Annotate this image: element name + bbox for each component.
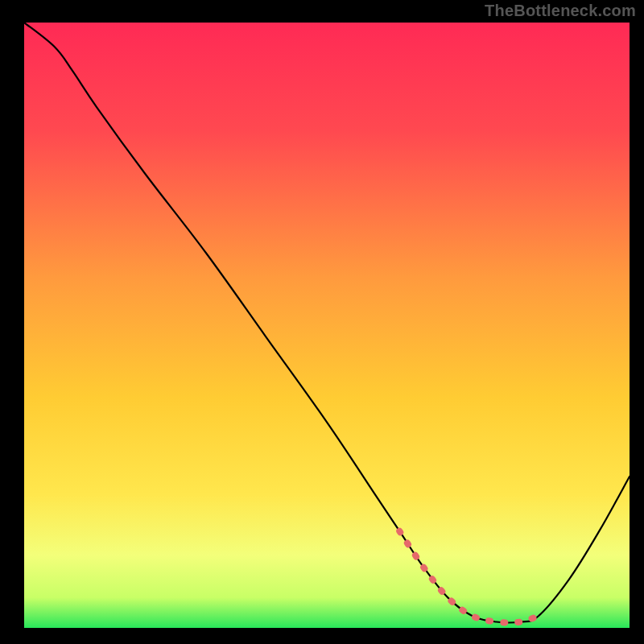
- chart-svg: [24, 23, 630, 628]
- watermark-text: TheBottleneck.com: [485, 2, 636, 20]
- gradient-background: [24, 23, 630, 628]
- bottleneck-chart: [24, 23, 630, 628]
- chart-stage: TheBottleneck.com: [0, 0, 644, 644]
